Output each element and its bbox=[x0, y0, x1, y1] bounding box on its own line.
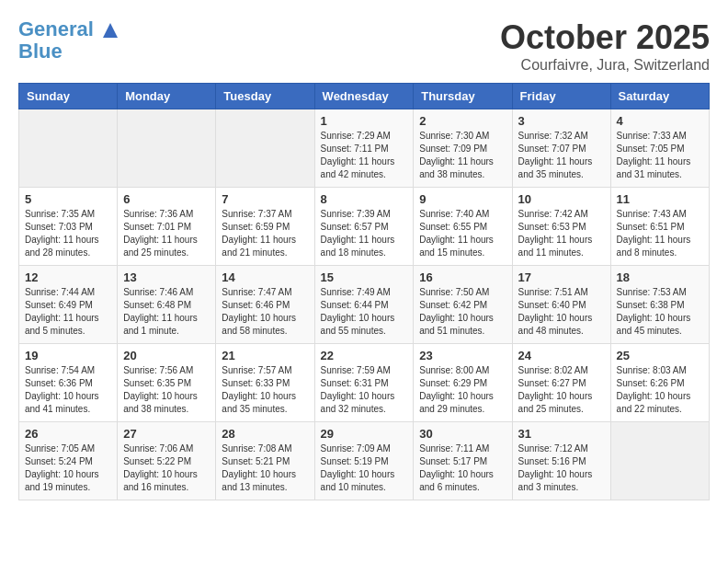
day-cell: 21Sunrise: 7:57 AM Sunset: 6:33 PM Dayli… bbox=[216, 344, 314, 422]
day-info: Sunrise: 7:47 AM Sunset: 6:46 PM Dayligh… bbox=[222, 286, 308, 338]
day-number: 28 bbox=[222, 427, 308, 441]
column-header-friday: Friday bbox=[512, 84, 610, 109]
day-info: Sunrise: 7:29 AM Sunset: 7:11 PM Dayligh… bbox=[321, 130, 408, 181]
day-cell: 7Sunrise: 7:37 AM Sunset: 6:59 PM Daylig… bbox=[216, 188, 314, 266]
day-cell: 26Sunrise: 7:05 AM Sunset: 5:24 PM Dayli… bbox=[19, 422, 118, 500]
day-cell bbox=[216, 109, 314, 188]
day-info: Sunrise: 7:08 AM Sunset: 5:21 PM Dayligh… bbox=[222, 442, 308, 494]
day-number: 9 bbox=[419, 192, 506, 206]
day-info: Sunrise: 7:09 AM Sunset: 5:19 PM Dayligh… bbox=[321, 442, 408, 494]
day-info: Sunrise: 7:56 AM Sunset: 6:35 PM Dayligh… bbox=[123, 364, 210, 416]
day-info: Sunrise: 7:40 AM Sunset: 6:55 PM Dayligh… bbox=[419, 208, 506, 259]
day-number: 3 bbox=[518, 114, 605, 128]
day-cell: 12Sunrise: 7:44 AM Sunset: 6:49 PM Dayli… bbox=[19, 266, 118, 344]
day-cell: 11Sunrise: 7:43 AM Sunset: 6:51 PM Dayli… bbox=[610, 188, 709, 266]
day-cell: 15Sunrise: 7:49 AM Sunset: 6:44 PM Dayli… bbox=[314, 266, 414, 344]
day-cell: 22Sunrise: 7:59 AM Sunset: 6:31 PM Dayli… bbox=[314, 344, 414, 422]
week-row-3: 12Sunrise: 7:44 AM Sunset: 6:49 PM Dayli… bbox=[19, 266, 710, 344]
logo-blue: Blue bbox=[18, 40, 63, 63]
day-cell: 5Sunrise: 7:35 AM Sunset: 7:03 PM Daylig… bbox=[19, 188, 118, 266]
column-header-monday: Monday bbox=[118, 84, 216, 109]
day-info: Sunrise: 8:03 AM Sunset: 6:26 PM Dayligh… bbox=[617, 364, 703, 416]
day-number: 31 bbox=[518, 427, 605, 441]
day-info: Sunrise: 7:35 AM Sunset: 7:03 PM Dayligh… bbox=[25, 208, 111, 259]
day-number: 15 bbox=[321, 270, 408, 284]
day-number: 1 bbox=[321, 114, 408, 128]
day-info: Sunrise: 7:05 AM Sunset: 5:24 PM Dayligh… bbox=[25, 442, 111, 494]
day-cell: 27Sunrise: 7:06 AM Sunset: 5:22 PM Dayli… bbox=[118, 422, 216, 500]
day-info: Sunrise: 7:54 AM Sunset: 6:36 PM Dayligh… bbox=[25, 364, 111, 416]
week-row-1: 1Sunrise: 7:29 AM Sunset: 7:11 PM Daylig… bbox=[19, 109, 710, 188]
day-info: Sunrise: 7:33 AM Sunset: 7:05 PM Dayligh… bbox=[617, 130, 703, 181]
page-header: General Blue October 2025 Courfaivre, Ju… bbox=[18, 18, 710, 74]
day-cell bbox=[19, 109, 118, 188]
day-cell: 9Sunrise: 7:40 AM Sunset: 6:55 PM Daylig… bbox=[414, 188, 512, 266]
day-cell: 8Sunrise: 7:39 AM Sunset: 6:57 PM Daylig… bbox=[314, 188, 414, 266]
calendar-table: SundayMondayTuesdayWednesdayThursdayFrid… bbox=[18, 83, 710, 500]
day-info: Sunrise: 7:44 AM Sunset: 6:49 PM Dayligh… bbox=[25, 286, 111, 338]
day-number: 7 bbox=[222, 192, 308, 206]
day-number: 10 bbox=[518, 192, 605, 206]
logo-icon bbox=[101, 21, 119, 40]
month-title: October 2025 bbox=[500, 18, 710, 57]
day-number: 23 bbox=[419, 349, 506, 362]
day-cell: 1Sunrise: 7:29 AM Sunset: 7:11 PM Daylig… bbox=[314, 109, 414, 188]
day-info: Sunrise: 7:51 AM Sunset: 6:40 PM Dayligh… bbox=[518, 286, 605, 338]
day-number: 17 bbox=[518, 270, 605, 284]
day-number: 4 bbox=[617, 114, 703, 128]
day-number: 27 bbox=[123, 427, 210, 441]
day-info: Sunrise: 7:50 AM Sunset: 6:42 PM Dayligh… bbox=[419, 286, 506, 338]
day-cell: 4Sunrise: 7:33 AM Sunset: 7:05 PM Daylig… bbox=[610, 109, 709, 188]
day-info: Sunrise: 7:53 AM Sunset: 6:38 PM Dayligh… bbox=[617, 286, 703, 338]
day-number: 8 bbox=[321, 192, 408, 206]
column-header-saturday: Saturday bbox=[610, 84, 709, 109]
day-info: Sunrise: 7:42 AM Sunset: 6:53 PM Dayligh… bbox=[518, 208, 605, 259]
title-block: October 2025 Courfaivre, Jura, Switzerla… bbox=[500, 18, 710, 74]
day-cell: 19Sunrise: 7:54 AM Sunset: 6:36 PM Dayli… bbox=[19, 344, 118, 422]
svg-marker-0 bbox=[103, 23, 118, 38]
day-number: 5 bbox=[25, 192, 111, 206]
day-info: Sunrise: 7:06 AM Sunset: 5:22 PM Dayligh… bbox=[123, 442, 210, 494]
day-info: Sunrise: 7:39 AM Sunset: 6:57 PM Dayligh… bbox=[321, 208, 408, 259]
day-info: Sunrise: 7:46 AM Sunset: 6:48 PM Dayligh… bbox=[123, 286, 210, 338]
day-cell: 31Sunrise: 7:12 AM Sunset: 5:16 PM Dayli… bbox=[512, 422, 610, 500]
header-row: SundayMondayTuesdayWednesdayThursdayFrid… bbox=[19, 84, 710, 109]
day-cell: 25Sunrise: 8:03 AM Sunset: 6:26 PM Dayli… bbox=[610, 344, 709, 422]
day-number: 21 bbox=[222, 349, 308, 362]
day-number: 2 bbox=[419, 114, 506, 128]
day-cell: 23Sunrise: 8:00 AM Sunset: 6:29 PM Dayli… bbox=[414, 344, 512, 422]
day-number: 12 bbox=[25, 270, 111, 284]
day-info: Sunrise: 7:49 AM Sunset: 6:44 PM Dayligh… bbox=[321, 286, 408, 338]
day-info: Sunrise: 7:32 AM Sunset: 7:07 PM Dayligh… bbox=[518, 130, 605, 181]
day-cell bbox=[610, 422, 709, 500]
day-number: 24 bbox=[518, 349, 605, 362]
day-cell: 3Sunrise: 7:32 AM Sunset: 7:07 PM Daylig… bbox=[512, 109, 610, 188]
day-number: 20 bbox=[123, 349, 210, 362]
day-info: Sunrise: 7:30 AM Sunset: 7:09 PM Dayligh… bbox=[419, 130, 506, 181]
day-cell: 6Sunrise: 7:36 AM Sunset: 7:01 PM Daylig… bbox=[118, 188, 216, 266]
day-number: 30 bbox=[419, 427, 506, 441]
day-info: Sunrise: 8:02 AM Sunset: 6:27 PM Dayligh… bbox=[518, 364, 605, 416]
day-cell: 16Sunrise: 7:50 AM Sunset: 6:42 PM Dayli… bbox=[414, 266, 512, 344]
column-header-thursday: Thursday bbox=[414, 84, 512, 109]
logo: General Blue bbox=[18, 18, 119, 63]
day-number: 13 bbox=[123, 270, 210, 284]
day-number: 18 bbox=[617, 270, 703, 284]
day-cell: 17Sunrise: 7:51 AM Sunset: 6:40 PM Dayli… bbox=[512, 266, 610, 344]
day-number: 11 bbox=[617, 192, 703, 206]
day-info: Sunrise: 7:43 AM Sunset: 6:51 PM Dayligh… bbox=[617, 208, 703, 259]
calendar-header: SundayMondayTuesdayWednesdayThursdayFrid… bbox=[19, 84, 710, 109]
day-info: Sunrise: 7:57 AM Sunset: 6:33 PM Dayligh… bbox=[222, 364, 308, 416]
day-cell: 10Sunrise: 7:42 AM Sunset: 6:53 PM Dayli… bbox=[512, 188, 610, 266]
day-cell: 2Sunrise: 7:30 AM Sunset: 7:09 PM Daylig… bbox=[414, 109, 512, 188]
day-number: 29 bbox=[321, 427, 408, 441]
week-row-5: 26Sunrise: 7:05 AM Sunset: 5:24 PM Dayli… bbox=[19, 422, 710, 500]
day-cell: 28Sunrise: 7:08 AM Sunset: 5:21 PM Dayli… bbox=[216, 422, 314, 500]
day-info: Sunrise: 7:11 AM Sunset: 5:17 PM Dayligh… bbox=[419, 442, 506, 494]
column-header-wednesday: Wednesday bbox=[314, 84, 414, 109]
day-number: 16 bbox=[419, 270, 506, 284]
day-cell: 29Sunrise: 7:09 AM Sunset: 5:19 PM Dayli… bbox=[314, 422, 414, 500]
day-cell: 20Sunrise: 7:56 AM Sunset: 6:35 PM Dayli… bbox=[118, 344, 216, 422]
day-number: 19 bbox=[25, 349, 111, 362]
day-info: Sunrise: 7:12 AM Sunset: 5:16 PM Dayligh… bbox=[518, 442, 605, 494]
